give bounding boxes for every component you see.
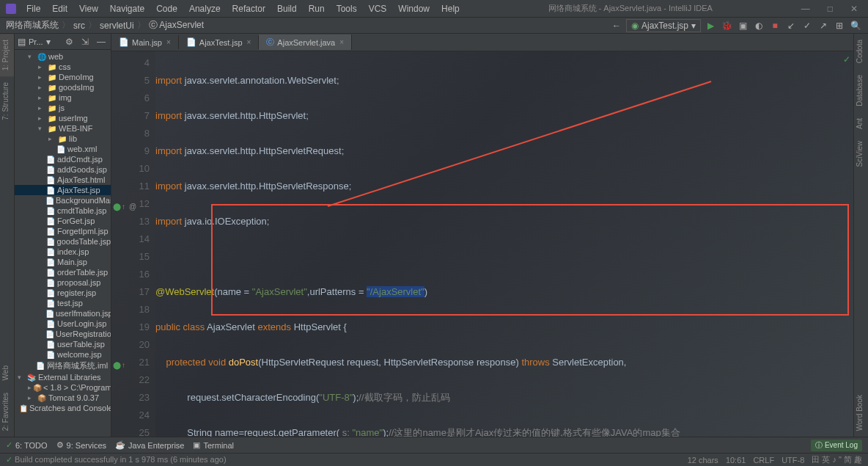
tab-web[interactable]: Web [0,360,14,386]
tab-ant[interactable]: Ant [854,112,868,135]
line-gutter[interactable]: 456789 1011 12⬤↑@ 1314151617181920 21⬤↑ … [111,51,155,437]
tree-folder-lib[interactable]: ▸📁lib [15,134,111,144]
tree-file-webxml[interactable]: 📄web.xml [15,144,111,154]
tree-file[interactable]: 📄Main.jsp [15,257,111,267]
tree-file[interactable]: 📄ForGet.jsp [15,216,111,226]
tree-file[interactable]: 📄UserRegistration [15,329,111,339]
menu-navigate[interactable]: Navigate [106,2,149,15]
tree-file[interactable]: 📄UserLogin.jsp [15,318,111,329]
tree-file[interactable]: 📄addCmdt.jsp [15,154,111,164]
editor-tab[interactable]: 📄AjaxTest.jsp× [179,35,260,49]
tree-file[interactable]: 📄index.jsp [15,247,111,257]
tree-folder[interactable]: ▸📁css [15,62,111,72]
tab-codota[interactable]: Codota [854,34,868,69]
tab-event-log[interactable]: ⓘ Event Log [811,440,862,451]
profile-icon[interactable]: ◐ [752,19,765,32]
menu-help[interactable]: Help [437,2,464,15]
tree-file[interactable]: 📄addGoods.jsp [15,164,111,175]
structure-icon[interactable]: ⊞ [833,19,846,32]
menu-analyze[interactable]: Analyze [185,2,225,15]
minimize-icon[interactable]: — [797,2,814,15]
tab-database[interactable]: Database [854,69,868,112]
back-arrow-icon[interactable]: ← [610,19,623,32]
breadcrumb-class[interactable]: ⓒ AjaxServlet [149,19,204,32]
code-text[interactable]: import javax.servlet.annotation.WebServl… [155,51,853,437]
menu-vcs[interactable]: VCS [364,2,391,15]
tab-services[interactable]: ⚙9: Services [56,440,106,450]
tab-wordbook[interactable]: Word Book [854,389,868,437]
run-configuration[interactable]: ◉ AjaxTest.jsp ▾ [626,19,701,32]
tree-file[interactable]: 📄AjaxTest.html [15,175,111,185]
tab-favorites[interactable]: 2: Favorites [0,387,14,437]
tree-folder-web[interactable]: ▾🌐web [15,51,111,62]
tree-file[interactable]: 📄proposal.jsp [15,277,111,288]
status-encoding[interactable]: UTF-8 [781,456,804,465]
menu-refactor[interactable]: Refactor [228,2,270,15]
editor-tab[interactable]: 📄Main.jsp× [111,35,179,49]
coverage-icon[interactable]: ▣ [736,19,749,32]
tab-sciview[interactable]: SciView [854,135,868,172]
project-view-label[interactable]: Pr... [29,37,43,46]
run-icon[interactable]: ▶ [704,19,717,32]
menu-build[interactable]: Build [273,2,301,15]
close-tab-icon[interactable]: × [247,38,251,46]
tree-jdk[interactable]: ▸📦< 1.8 > C:\Program [15,382,111,393]
breadcrumb-root[interactable]: 网络商城系统 [6,19,59,32]
ime-indicator[interactable]: 田 英 ♪ " 简 趣 [812,454,862,465]
tab-project[interactable]: 1: Project [0,34,14,76]
tree-folder[interactable]: ▸📁img [15,92,111,103]
vcs-commit-icon[interactable]: ✓ [801,19,814,32]
debug-icon[interactable]: 🐞 [720,19,733,32]
menu-edit[interactable]: Edit [48,2,72,15]
tree-folder[interactable]: ▸📁DemoImg [15,72,111,82]
menu-view[interactable]: View [75,2,103,15]
menu-window[interactable]: Window [394,2,434,15]
chevron-down-icon[interactable]: ▾ [46,37,51,47]
vcs-update-icon[interactable]: ↙ [784,19,798,32]
search-icon[interactable]: 🔍 [849,19,862,32]
stop-icon[interactable]: ■ [768,19,781,32]
project-tree[interactable]: ▾🌐web ▸📁css ▸📁DemoImg ▸📁goodsImg ▸📁img ▸… [15,50,111,415]
menu-file[interactable]: File [22,2,45,15]
breadcrumb-src[interactable]: src [73,21,85,31]
menu-run[interactable]: Run [304,2,329,15]
tree-file-iml[interactable]: 📄网络商城系统.iml [15,360,111,372]
code-area[interactable]: 456789 1011 12⬤↑@ 1314151617181920 21⬤↑ … [111,51,853,437]
tab-java-enterprise[interactable]: ☕Java Enterprise [115,440,184,450]
tree-file[interactable]: 📄test.jsp [15,298,111,308]
menu-code[interactable]: Code [152,2,182,15]
tree-folder[interactable]: ▸📁js [15,103,111,113]
tree-file[interactable]: 📄BackgroundMain [15,195,111,205]
maximize-icon[interactable]: □ [823,2,837,15]
hide-icon[interactable]: — [95,35,108,48]
tree-file[interactable]: 📄cmdtTable.jsp [15,205,111,216]
tree-scratches[interactable]: 📋Scratches and Console [15,403,111,413]
tree-file[interactable]: 📄ForgetIpml.jsp [15,226,111,236]
close-icon[interactable]: ✕ [846,2,862,15]
tab-terminal[interactable]: ▣Terminal [193,440,234,450]
tree-file[interactable]: 📄goodsTable.jsp [15,236,111,247]
breadcrumb-pkg[interactable]: servletUi [100,21,134,31]
menu-tools[interactable]: Tools [332,2,361,15]
tree-file[interactable]: 📄welcome.jsp [15,349,111,360]
tree-file-selected[interactable]: 📄AjaxTest.jsp [15,185,111,195]
tree-file[interactable]: 📄orderTable.jsp [15,267,111,277]
tree-file[interactable]: 📄userIfmation.jsp [15,308,111,318]
status-line-separator[interactable]: CRLF [753,456,774,465]
close-tab-icon[interactable]: × [166,38,171,46]
tree-folder-webinf[interactable]: ▾📁WEB-INF [15,123,111,134]
editor-tab-active[interactable]: ⓒAjaxServlet.java× [259,34,352,50]
tree-external-libs[interactable]: ▾📚External Libraries [15,372,111,382]
tree-tomcat[interactable]: ▸📦Tomcat 9.0.37 [15,393,111,403]
status-caret-pos[interactable]: 10:61 [726,456,746,465]
gear-icon[interactable]: ⚙ [62,35,76,48]
vcs-push-icon[interactable]: ↗ [817,19,830,32]
collapse-icon[interactable]: ⇲ [78,35,92,48]
close-tab-icon[interactable]: × [339,38,344,46]
tree-folder[interactable]: ▸📁userImg [15,113,111,123]
tree-folder[interactable]: ▸📁goodsImg [15,82,111,92]
tree-file[interactable]: 📄userTable.jsp [15,339,111,349]
tab-structure[interactable]: 7: Structure [0,76,14,126]
tab-todo[interactable]: ✓6: TODO [6,440,48,450]
tree-file[interactable]: 📄register.jsp [15,288,111,298]
